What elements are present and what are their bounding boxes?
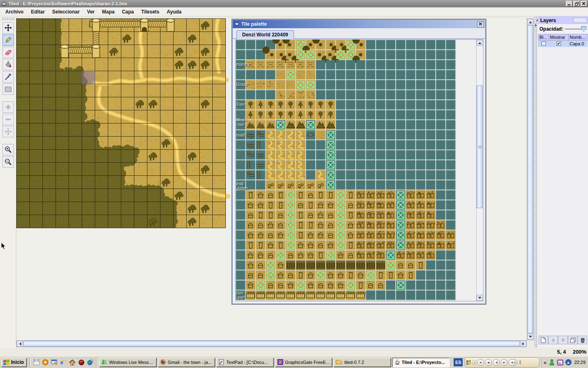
- lower-layer-button[interactable]: [558, 336, 568, 344]
- palette-vscrollbar[interactable]: [476, 40, 483, 301]
- wmp-restore-buttons[interactable]: ▲▼: [519, 360, 521, 365]
- duplicate-layer-button[interactable]: [568, 336, 577, 344]
- zoom-in-tool[interactable]: [2, 144, 14, 155]
- col-visible[interactable]: Mostrar: [549, 34, 569, 40]
- menu-ver[interactable]: Ver: [83, 8, 98, 16]
- quicklaunch-outlook-express[interactable]: [32, 358, 41, 367]
- wmp-prev-button[interactable]: ◄: [493, 359, 500, 366]
- tray-avast-icon[interactable]: a: [565, 359, 572, 366]
- pencil-tool[interactable]: [2, 34, 14, 46]
- delete-layer-button[interactable]: [578, 336, 587, 344]
- palette-title: Tile palette: [241, 21, 477, 27]
- vscroll-thumb[interactable]: [527, 25, 533, 333]
- quicklaunch-home-app[interactable]: [68, 358, 77, 367]
- tray-messenger-icon[interactable]: [548, 359, 555, 366]
- tab-denzi-world[interactable]: Denzi World 220409: [236, 30, 294, 39]
- language-indicator[interactable]: ES: [454, 358, 463, 366]
- marquee-tool[interactable]: [2, 83, 14, 95]
- task-button-6[interactable]: Tiled - E:\Proyecto...: [392, 358, 450, 367]
- taskbar-separator: [96, 358, 97, 367]
- opacity-row: Opacidad:: [538, 24, 588, 34]
- tileset-canvas[interactable]: [236, 40, 476, 301]
- svg-text:a: a: [567, 360, 569, 365]
- panel-splitter[interactable]: [534, 16, 538, 348]
- palette-tab-strip: Denzi World 220409: [233, 28, 485, 39]
- java-cup-icon: [234, 20, 240, 28]
- task-button-3[interactable]: TextPad - [C:\Docu...: [216, 358, 274, 367]
- opacity-slider-thumb[interactable]: [581, 26, 586, 32]
- wmp-chevron-button[interactable]: ▾: [472, 360, 477, 365]
- quicklaunch-show-desktop[interactable]: [50, 358, 59, 367]
- layer-buttons: [539, 336, 588, 344]
- scroll-down-button[interactable]: [527, 334, 533, 340]
- menu-mapa[interactable]: Mapa: [98, 8, 118, 16]
- quicklaunch-internet-explorer[interactable]: e: [59, 358, 68, 367]
- col-name[interactable]: Nomb...: [569, 34, 588, 40]
- add-layer-button[interactable]: [539, 336, 548, 344]
- quicklaunch-globe-app[interactable]: [86, 358, 95, 367]
- task-label: Tiled - E:\Proyecto...: [402, 360, 445, 365]
- wmp-play-button[interactable]: ►: [477, 359, 484, 366]
- windows-flag-icon: [3, 359, 9, 365]
- add-layer-tool[interactable]: [2, 101, 14, 113]
- move-layer-tool[interactable]: [2, 126, 14, 137]
- menu-seleccionar[interactable]: Seleccionar: [49, 8, 83, 16]
- eraser-tool[interactable]: [2, 47, 14, 58]
- menu-capa[interactable]: Capa: [118, 8, 137, 16]
- layer-row[interactable]: ✔Capa 0: [539, 40, 588, 47]
- quicklaunch-red-app[interactable]: [77, 358, 86, 367]
- palette-scroll-up[interactable]: [477, 40, 483, 46]
- quicklaunch-media-player[interactable]: [41, 358, 50, 367]
- tile-palette-window: Tile palette Denzi World 220409: [232, 19, 486, 304]
- menu-archivo[interactable]: Archivo: [2, 8, 27, 16]
- layers-header-button[interactable]: [573, 18, 587, 23]
- minimize-button[interactable]: [566, 1, 572, 7]
- opacity-slider[interactable]: [565, 26, 586, 32]
- col-locked[interactable]: Bl...: [539, 34, 549, 40]
- zoom-out-tool[interactable]: [2, 156, 14, 168]
- wmp-next-button[interactable]: ►: [501, 359, 508, 366]
- hscroll-thumb[interactable]: [23, 341, 520, 347]
- move-tool[interactable]: [2, 22, 14, 34]
- layer-locked-checkbox[interactable]: [541, 41, 546, 46]
- menu-editar[interactable]: Editar: [27, 8, 49, 16]
- fill-tool[interactable]: [2, 59, 14, 70]
- raise-layer-button[interactable]: [548, 336, 558, 344]
- wmp-stop-button[interactable]: ■: [485, 359, 492, 366]
- map-hscrollbar[interactable]: [16, 340, 527, 347]
- mouse-cursor: [1, 242, 6, 250]
- task-icon: [277, 359, 283, 366]
- menu-ayuda[interactable]: Ayuda: [163, 8, 185, 16]
- task-button-1[interactable]: Windows Live Messe...: [99, 358, 156, 367]
- restore-button[interactable]: [573, 1, 580, 7]
- wmp-volume-button[interactable]: ◄)): [508, 359, 517, 366]
- toolbar-gap: [0, 96, 16, 101]
- menu-tilesets[interactable]: Tilesets: [138, 8, 163, 16]
- tray-onenote-icon[interactable]: n: [557, 359, 564, 366]
- eyedropper-tool[interactable]: [2, 71, 14, 83]
- palette-close-button[interactable]: [477, 21, 484, 27]
- map-vscrollbar[interactable]: [527, 18, 534, 340]
- scroll-up-button[interactable]: [527, 19, 533, 25]
- svg-text:e: e: [60, 359, 63, 366]
- opacity-label: Opacidad:: [539, 26, 564, 32]
- remove-layer-tool[interactable]: [2, 114, 14, 125]
- tray-chevron[interactable]: «: [543, 359, 546, 366]
- scroll-right-button[interactable]: [520, 341, 526, 347]
- layer-name[interactable]: Capa 0: [569, 40, 588, 47]
- close-button[interactable]: [581, 1, 587, 7]
- task-button-5[interactable]: tiled-0.7.2: [334, 358, 391, 367]
- toolbar-grip[interactable]: [2, 17, 14, 21]
- palette-body: [235, 39, 483, 301]
- layer-visible-checkbox[interactable]: ✔: [557, 41, 561, 46]
- status-bar: 5, 4 200%: [0, 348, 588, 356]
- task-button-4[interactable]: GraphicsGale FreeEdi...: [275, 358, 332, 367]
- title-bar[interactable]: Tiled - E:\Proyectos\Software\Pixal\maps…: [0, 0, 588, 7]
- scroll-left-button[interactable]: [17, 341, 23, 347]
- palette-scroll-thumb[interactable]: [477, 85, 483, 208]
- palette-scroll-down[interactable]: [477, 295, 483, 301]
- task-button-2[interactable]: Gmail - the town - ja...: [158, 358, 215, 367]
- start-button[interactable]: Inicio: [1, 358, 27, 367]
- task-label: Windows Live Messe...: [109, 360, 154, 365]
- palette-title-bar[interactable]: Tile palette: [233, 20, 485, 28]
